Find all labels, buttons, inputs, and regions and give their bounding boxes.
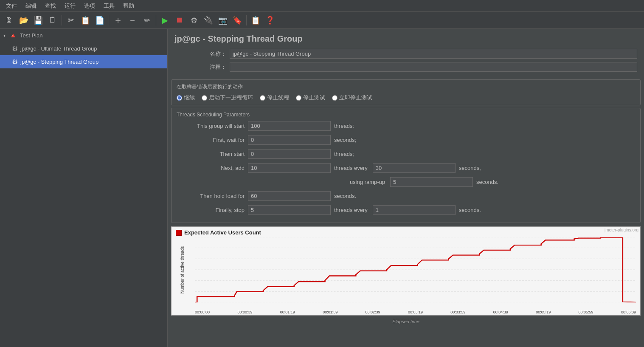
sched-extra-suffix-3: seconds,: [459, 165, 481, 171]
sched-input-3[interactable]: [248, 163, 331, 173]
tb-new[interactable]: 🗎: [3, 14, 16, 27]
menu-tools[interactable]: 工具: [99, 0, 119, 11]
sched-row-3: Next, add threads every seconds,: [177, 163, 635, 173]
tb-remove[interactable]: －: [126, 14, 139, 27]
radio-next-loop[interactable]: 启动下一进程循环: [202, 94, 253, 102]
error-action-title: 在取样器错误后要执行的动作: [177, 83, 635, 90]
sidebar-item-label: jp@gc - Stepping Thread Group: [20, 59, 98, 65]
tb-paste[interactable]: 📄: [93, 14, 107, 27]
radio-stop-now-label: 立即停止测试: [339, 94, 372, 102]
tb-run[interactable]: ▶: [158, 14, 172, 27]
tb-saveas[interactable]: 🗒: [46, 14, 59, 27]
sched-suffix-1: seconds;: [334, 137, 356, 143]
sched-label-5: Then hold load for: [177, 193, 245, 199]
tb-bookmark[interactable]: 🔖: [231, 14, 244, 27]
x-tick-4: 00:02:39: [366, 310, 380, 314]
menu-help[interactable]: 帮助: [119, 0, 138, 11]
tb-copy[interactable]: 📋: [79, 14, 92, 27]
tb-open[interactable]: 📂: [17, 14, 31, 27]
tb-edit[interactable]: ✏: [140, 14, 154, 27]
tb-cut[interactable]: ✂: [64, 14, 78, 27]
sidebar: ▾ 🔺 Test Plan ⚙ jp@gc - Ultimate Thread …: [0, 29, 168, 347]
radio-group: 继续 启动下一进程循环 停止线程 停止测试 立即停止测试: [177, 94, 635, 102]
comment-label: 注释：: [174, 63, 230, 71]
x-tick-8: 00:05:19: [536, 310, 551, 314]
sched-input-0[interactable]: [248, 121, 331, 131]
sched-input-5[interactable]: [248, 191, 331, 201]
sched-extra-suffix-4: seconds.: [476, 179, 498, 185]
panel-title: jp@gc - Stepping Thread Group: [168, 29, 644, 47]
sched-suffix-3: threads every: [334, 165, 368, 171]
menu-bar: 文件 编辑 查找 运行 选项 工具 帮助: [0, 0, 644, 12]
sidebar-item-test-plan[interactable]: ▾ 🔺 Test Plan: [0, 29, 167, 42]
chart-area: jmeter-plugins.org Expected Active Users…: [171, 226, 641, 316]
menu-options[interactable]: 选项: [80, 0, 99, 11]
sidebar-item-ultimate[interactable]: ⚙ jp@gc - Ultimate Thread Group: [0, 42, 167, 55]
schedule-group: Threads Scheduling Parameters This group…: [171, 108, 641, 223]
sched-suffix-4: using ramp-up: [334, 179, 385, 185]
radio-continue-label: 继续: [184, 94, 195, 102]
sched-label-0: This group will start: [177, 123, 245, 129]
tb-sep3: [156, 15, 156, 25]
chart-y-label: Number of active threads: [180, 246, 185, 293]
x-tick-5: 00:03:19: [408, 310, 423, 314]
chart-title-row: Expected Active Users Count: [172, 227, 640, 237]
sched-row-6: Finally, stop threads every seconds.: [177, 205, 635, 215]
tb-gear[interactable]: ⚙: [187, 14, 201, 27]
radio-continue[interactable]: 继续: [177, 94, 195, 102]
menu-edit[interactable]: 编辑: [21, 0, 41, 11]
name-row: 名称：: [174, 49, 637, 59]
sched-input-6[interactable]: [248, 205, 331, 215]
tb-add[interactable]: ＋: [111, 14, 125, 27]
sched-extra-input-4[interactable]: [390, 177, 473, 187]
sched-suffix-6: threads every: [334, 207, 368, 213]
tb-list[interactable]: 📋: [249, 14, 262, 27]
comment-row: 注释：: [174, 62, 637, 72]
tb-sep2: [109, 15, 109, 25]
sched-row-0: This group will start threads:: [177, 121, 635, 131]
sched-input-1[interactable]: [248, 135, 331, 145]
sched-label-3: Next, add: [177, 165, 245, 171]
sched-input-2[interactable]: [248, 149, 331, 159]
stepping-icon: ⚙: [12, 58, 18, 66]
name-input[interactable]: [230, 49, 637, 59]
chart-legend-box: [176, 230, 182, 236]
error-action-group: 在取样器错误后要执行的动作 继续 启动下一进程循环 停止线程 停止测试 立即停止…: [171, 79, 641, 105]
name-label: 名称：: [174, 50, 230, 58]
sidebar-item-label: Test Plan: [20, 32, 42, 39]
radio-stop-test[interactable]: 停止测试: [296, 94, 325, 102]
sidebar-toggle-icon: ▾: [3, 33, 6, 38]
name-section: 名称： 注释：: [168, 47, 644, 77]
x-tick-9: 00:05:59: [579, 310, 593, 314]
sched-extra-suffix-6: seconds.: [459, 207, 481, 213]
sched-extra-input-3[interactable]: [373, 163, 456, 173]
tb-stop[interactable]: ⏹: [173, 14, 186, 27]
tb-screenshot[interactable]: 📷: [216, 14, 230, 27]
menu-file[interactable]: 文件: [2, 0, 21, 11]
x-tick-1: 00:00:39: [237, 310, 252, 314]
test-plan-icon: 🔺: [9, 31, 17, 39]
x-tick-3: 00:01:59: [323, 310, 337, 314]
sched-row-5: Then hold load for seconds.: [177, 191, 635, 201]
tb-plugin[interactable]: 🔌: [202, 14, 215, 27]
sched-label-6: Finally, stop: [177, 207, 245, 213]
tb-help[interactable]: ❓: [263, 14, 277, 27]
x-tick-0: 00:00:00: [195, 310, 210, 314]
x-tick-6: 00:03:59: [450, 310, 465, 314]
jmeter-plugins-badge: jmeter-plugins.org: [605, 228, 638, 232]
x-tick-7: 00:04:39: [493, 310, 508, 314]
sched-extra-input-6[interactable]: [373, 205, 456, 215]
chart-title-text: Expected Active Users Count: [184, 229, 261, 236]
x-tick-2: 00:01:19: [280, 310, 295, 314]
schedule-title: Threads Scheduling Parameters: [177, 112, 635, 118]
menu-run[interactable]: 运行: [60, 0, 80, 11]
comment-input[interactable]: [230, 62, 637, 72]
tb-save[interactable]: 💾: [31, 14, 45, 27]
radio-stop-thread[interactable]: 停止线程: [260, 94, 289, 102]
menu-find[interactable]: 查找: [41, 0, 60, 11]
content-panel: jp@gc - Stepping Thread Group 名称： 注释： 在取…: [168, 29, 644, 347]
sched-row-4: using ramp-up seconds.: [177, 177, 635, 187]
sidebar-item-label: jp@gc - Ultimate Thread Group: [20, 45, 97, 52]
sidebar-item-stepping[interactable]: ⚙ jp@gc - Stepping Thread Group: [0, 55, 167, 68]
radio-stop-now[interactable]: 立即停止测试: [332, 94, 372, 102]
